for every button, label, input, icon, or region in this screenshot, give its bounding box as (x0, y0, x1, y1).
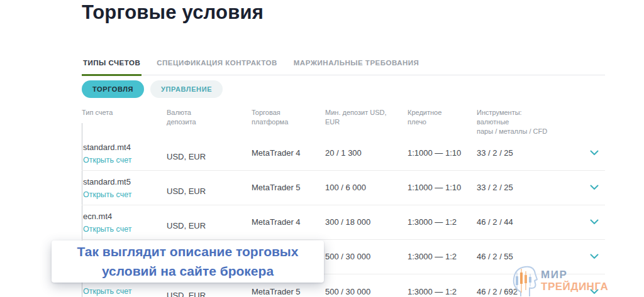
leverage: 1:3000 — 1:2 (408, 217, 477, 227)
min-deposit: 300 / 18 000 (325, 217, 408, 227)
page-title: Торговые условия (82, 1, 264, 24)
tab-contract-specification[interactable]: СПЕЦИФИКАЦИЯ КОНТРАКТОВ (155, 57, 279, 75)
open-account-link[interactable]: Открыть счет (83, 286, 167, 297)
trading-platform: MetaTrader 5 (252, 287, 325, 296)
trading-platform: MetaTrader 4 (252, 217, 325, 227)
table-row: standard.mt4 Открыть счет USD, EUR MetaT… (82, 136, 605, 171)
tab-bar: ТИПЫ СЧЕТОВ СПЕЦИФИКАЦИЯ КОНТРАКТОВ МАРЖ… (82, 57, 605, 75)
filter-pills: ТОРГОВЛЯ УПРАВЛЕНИЕ (82, 80, 223, 98)
leverage: 1:3000 — 1:2 (408, 252, 477, 261)
account-name-cell: Открыть счет (82, 286, 167, 297)
account-name: ecn.mt4 (83, 212, 112, 221)
tab-account-types[interactable]: ТИПЫ СЧЕТОВ (82, 57, 142, 76)
trading-platform: MetaTrader 4 (252, 148, 325, 158)
min-deposit: 20 / 1 300 (325, 148, 408, 158)
min-deposit: 500 / 30 000 (325, 252, 408, 261)
table-row: ecn.mt4 Открыть счет USD, EUR MetaTrader… (82, 205, 605, 240)
mir-treidinga-logo: МИР ТРЕЙДИНГА (508, 264, 608, 297)
annotation-text-line1: Так выглядит описание торговых (77, 242, 299, 261)
trading-conditions-page: Торговые условия ТИПЫ СЧЕТОВ СПЕЦИФИКАЦИ… (0, 0, 644, 297)
account-name: standard.mt5 (83, 177, 131, 186)
table-header-row: Тип счета Валюта депозита Торговая платф… (82, 107, 605, 136)
chevron-down-icon[interactable] (590, 185, 605, 190)
leverage: 1:1000 — 1:10 (408, 148, 477, 158)
annotation-text-line2: условий на сайте брокера (102, 262, 274, 281)
col-header-account-type: Тип счета (82, 107, 167, 117)
logo-line-mir: МИР (541, 269, 608, 281)
instruments: 33 / 2 / 25 (477, 183, 548, 192)
min-deposit: 100 / 6 000 (325, 183, 408, 192)
open-account-link[interactable]: Открыть счет (83, 224, 167, 235)
chevron-down-icon[interactable] (590, 219, 605, 225)
annotation-callout: Так выглядит описание торговых условий н… (52, 240, 324, 283)
trading-platform: MetaTrader 5 (252, 183, 325, 192)
col-header-expand (548, 107, 605, 108)
chevron-down-icon[interactable] (590, 254, 605, 259)
account-name-cell: standard.mt5 Открыть счет (82, 174, 167, 201)
head-candlestick-icon (508, 264, 538, 297)
leverage: 1:3000 — 1:2 (408, 287, 477, 296)
table-row: standard.mt5 Открыть счет USD, EUR MetaT… (82, 171, 605, 205)
deposit-currency: USD, EUR (167, 213, 252, 230)
col-header-platform: Торговая платформа (252, 107, 325, 127)
instruments: 46 / 2 / 55 (477, 252, 548, 261)
deposit-currency: USD, EUR (167, 179, 252, 196)
instruments: 33 / 2 / 25 (477, 148, 548, 158)
tab-margin-requirements[interactable]: МАРЖИНАЛЬНЫЕ ТРЕБОВАНИЯ (292, 57, 421, 75)
pill-management[interactable]: УПРАВЛЕНИЕ (150, 80, 223, 98)
pill-trading[interactable]: ТОРГОВЛЯ (82, 80, 144, 98)
min-deposit: 500 / 30 000 (325, 287, 408, 296)
instruments: 46 / 2 / 44 (477, 217, 548, 227)
account-name-cell: standard.mt4 Открыть счет (82, 139, 167, 166)
account-name-cell: ecn.mt4 Открыть счет (82, 208, 167, 235)
col-header-leverage: Кредитное плечо (408, 107, 477, 127)
leverage: 1:1000 — 1:10 (408, 183, 477, 192)
deposit-currency: USD, EUR (167, 144, 252, 161)
open-account-link[interactable]: Открыть счет (83, 154, 167, 166)
open-account-link[interactable]: Открыть счет (83, 189, 167, 201)
logo-wordmark: МИР ТРЕЙДИНГА (541, 269, 608, 293)
col-header-min-deposit: Мин. депозит USD, EUR (325, 107, 408, 127)
logo-line-treidinga: ТРЕЙДИНГА (541, 281, 608, 293)
col-header-instruments: Инструменты: валютные пары / металлы / C… (477, 107, 548, 136)
deposit-currency: USD, EUR (167, 283, 252, 297)
account-name: standard.mt4 (83, 143, 131, 152)
chevron-down-icon[interactable] (590, 150, 605, 156)
col-header-deposit-currency: Валюта депозита (167, 107, 252, 127)
